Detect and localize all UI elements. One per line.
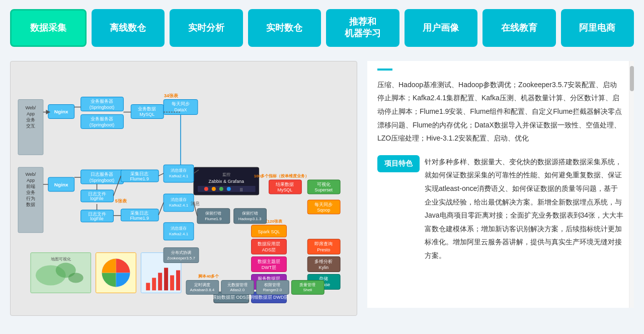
svg-rect-118 — [170, 275, 174, 290]
feature-badge: 项目特色 — [377, 155, 420, 172]
svg-text:明细数据层 DWD层: 明细数据层 DWD层 — [250, 295, 289, 300]
svg-text:Presto: Presto — [317, 247, 330, 252]
svg-text:消息缓存: 消息缓存 — [171, 168, 187, 173]
tab-realtime-dw[interactable]: 实时数仓 — [248, 9, 321, 47]
svg-text:消息: 消息 — [191, 201, 200, 206]
svg-text:Kylin: Kylin — [318, 264, 328, 270]
svg-rect-117 — [164, 268, 168, 290]
svg-text:(Springboot): (Springboot) — [90, 178, 114, 183]
tab-online-edu[interactable]: 在线教育 — [482, 9, 556, 47]
feature-text: 针对多种多样、数据量大、变化快的数据源搭建数据采集系统，就如何保证数据采集的可靠… — [425, 155, 624, 262]
svg-text:日志服务器: 日志服务器 — [91, 172, 113, 177]
svg-text:消息缓存: 消息缓存 — [171, 197, 187, 202]
scrollbar-track[interactable] — [629, 61, 634, 308]
svg-text:数据主题层: 数据主题层 — [258, 258, 280, 263]
svg-text:100多个指标（按单维度业务）: 100多个指标（按单维度业务） — [254, 173, 309, 178]
tab-data-collect[interactable]: 数据采集 — [10, 9, 87, 47]
svg-text:ADS层: ADS层 — [262, 247, 276, 252]
svg-rect-119 — [176, 270, 180, 290]
svg-text:Ranger2.0: Ranger2.0 — [263, 288, 282, 292]
svg-text:原始数据层 ODS层: 原始数据层 ODS层 — [212, 295, 251, 300]
svg-text:Hadoop3.1.3: Hadoop3.1.3 — [238, 217, 262, 221]
svg-text:每天同步: 每天同步 — [314, 202, 333, 207]
svg-text:前端: 前端 — [26, 184, 35, 189]
svg-text:数据应用层: 数据应用层 — [258, 241, 280, 246]
svg-text:|||: ||| — [240, 187, 243, 191]
tab-user-portrait[interactable]: 用户画像 — [405, 9, 478, 47]
svg-text:logFile: logFile — [90, 196, 103, 201]
svg-text:结果数据: 结果数据 — [276, 182, 294, 187]
svg-text:Flume1.9: Flume1.9 — [130, 216, 149, 221]
svg-text:Flume1.9: Flume1.9 — [130, 176, 149, 181]
svg-text:交互: 交互 — [26, 123, 35, 128]
tab-offline-dw[interactable]: 离线数仓 — [92, 9, 165, 47]
svg-text:Shell: Shell — [303, 288, 312, 292]
svg-text:5张表: 5张表 — [115, 198, 127, 204]
svg-text:Nginx: Nginx — [54, 182, 68, 187]
diagram-svg: Web/ App 业务 交互 Nginx 业务服务器 (Springboot) … — [16, 66, 352, 308]
svg-text:(Springboot): (Springboot) — [90, 122, 114, 127]
svg-text:质量管理: 质量管理 — [299, 283, 315, 287]
svg-text:MySQL: MySQL — [277, 187, 292, 192]
scrollbar-thumb[interactable] — [630, 66, 634, 91]
svg-text:数据: 数据 — [26, 202, 35, 207]
main-content: Web/ App 业务 交互 Nginx 业务服务器 (Springboot) … — [0, 56, 644, 326]
svg-text:logFile: logFile — [90, 216, 103, 221]
svg-text:App: App — [27, 111, 35, 116]
architecture-diagram: Web/ App 业务 交互 Nginx 业务服务器 (Springboot) … — [10, 61, 357, 316]
svg-text:DWT层: DWT层 — [262, 264, 276, 270]
svg-point-25 — [204, 187, 208, 191]
svg-text:Zookeeper3.5.7: Zookeeper3.5.7 — [167, 255, 195, 260]
svg-text:定时调度: 定时调度 — [194, 283, 210, 287]
svg-text:元数据管理: 元数据管理 — [227, 283, 248, 287]
svg-text:可视化: 可视化 — [317, 182, 331, 187]
svg-text:分布式协调: 分布式协调 — [171, 250, 191, 254]
svg-text:采集日志: 采集日志 — [130, 211, 148, 216]
scroll-top-indicator — [377, 69, 392, 71]
svg-text:消息缓存: 消息缓存 — [171, 226, 187, 231]
svg-text:脚本40多个: 脚本40多个 — [198, 274, 219, 279]
svg-text:Azkaban3.8.4: Azkaban3.8.4 — [190, 288, 215, 292]
text-panel: 压缩、Hadoop基准测试、Hadoop参数调优；Zookeeper3.5.7安… — [367, 61, 634, 308]
svg-text:Web/: Web/ — [26, 172, 36, 177]
top-navigation: 数据采集 离线数仓 实时分析 实时数仓 推荐和 机器学习 用户画像 在线教育 阿… — [0, 0, 644, 56]
description-text: 压缩、Hadoop基准测试、Hadoop参数调优；Zookeeper3.5.7安… — [377, 78, 624, 145]
svg-text:Spark SQL: Spark SQL — [258, 229, 280, 234]
svg-text:Sqoop: Sqoop — [317, 208, 330, 213]
svg-point-27 — [219, 187, 223, 191]
svg-text:业务服务器: 业务服务器 — [91, 116, 113, 121]
svg-text:多维分析: 多维分析 — [314, 258, 333, 263]
svg-text:Flume1.9: Flume1.9 — [205, 217, 222, 221]
svg-text:行为: 行为 — [26, 196, 35, 201]
svg-text:业务: 业务 — [26, 190, 35, 195]
svg-text:保留打错: 保留打错 — [242, 211, 258, 216]
svg-text:保留打错: 保留打错 — [205, 211, 221, 216]
svg-rect-116 — [158, 273, 162, 290]
svg-point-26 — [212, 187, 216, 191]
svg-rect-114 — [146, 283, 150, 290]
svg-text:业务: 业务 — [26, 117, 35, 122]
tab-realtime-analysis[interactable]: 实时分析 — [170, 9, 243, 47]
svg-point-28 — [227, 187, 231, 191]
svg-text:Zabbix & Grafana: Zabbix & Grafana — [209, 179, 244, 184]
svg-text:MySQL: MySQL — [139, 112, 154, 117]
svg-text:Atlas2.0: Atlas2.0 — [230, 288, 245, 292]
tab-alibaba-ecom[interactable]: 阿里电商 — [561, 9, 634, 47]
tab-recommend-ml[interactable]: 推荐和 机器学习 — [326, 9, 399, 47]
svg-text:监控: 监控 — [222, 172, 230, 177]
svg-point-110 — [68, 273, 84, 283]
svg-rect-115 — [152, 278, 156, 290]
svg-text:即席查询: 即席查询 — [314, 241, 333, 246]
svg-text:34张表: 34张表 — [164, 93, 179, 98]
svg-text:地图可视化: 地图可视化 — [50, 256, 71, 261]
svg-text:Nginx: Nginx — [54, 109, 68, 114]
svg-text:Kafka2.4.1: Kafka2.4.1 — [169, 231, 189, 236]
svg-text:权限管理: 权限管理 — [264, 283, 280, 287]
svg-text:(Springboot): (Springboot) — [90, 105, 114, 110]
feature-section: 项目特色 针对多种多样、数据量大、变化快的数据源搭建数据采集系统，就如何保证数据… — [377, 155, 624, 262]
svg-text:Superset: Superset — [314, 187, 333, 192]
svg-text:Kafka2.4.1: Kafka2.4.1 — [169, 203, 189, 208]
svg-text:业务数据: 业务数据 — [138, 106, 156, 111]
svg-text:Kafka2.4.1: Kafka2.4.1 — [169, 174, 189, 178]
svg-text:App: App — [27, 178, 35, 183]
